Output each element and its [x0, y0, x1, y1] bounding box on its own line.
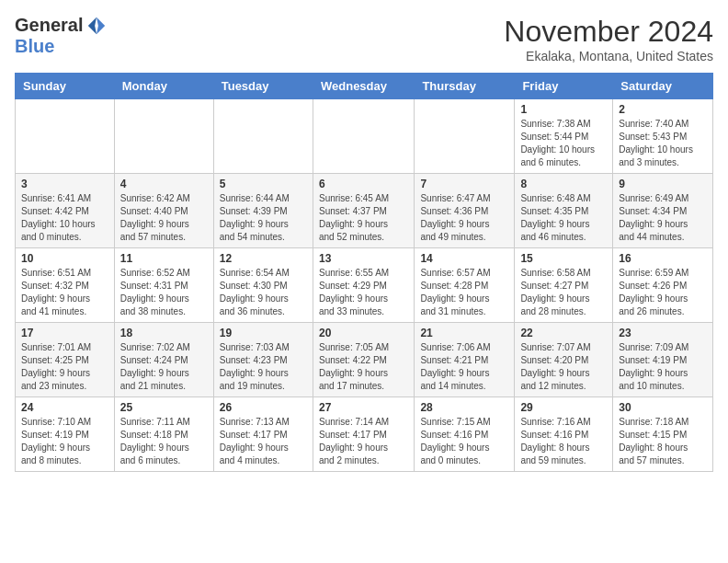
day-number: 3 — [21, 178, 108, 190]
day-number: 26 — [220, 401, 307, 414]
col-header-tuesday: Tuesday — [213, 74, 313, 99]
day-number: 23 — [619, 327, 707, 339]
day-number: 14 — [420, 252, 508, 265]
calendar-cell: 15Sunrise: 6:58 AM Sunset: 4:27 PM Dayli… — [515, 248, 613, 323]
calendar-cell: 25Sunrise: 7:11 AM Sunset: 4:18 PM Dayli… — [114, 397, 213, 472]
day-number: 7 — [420, 178, 508, 190]
day-info: Sunrise: 6:49 AM Sunset: 4:34 PM Dayligh… — [619, 192, 707, 244]
day-info: Sunrise: 7:18 AM Sunset: 4:15 PM Dayligh… — [619, 416, 707, 467]
day-number: 8 — [520, 178, 607, 190]
day-number: 17 — [21, 327, 108, 339]
day-number: 27 — [319, 401, 408, 414]
day-info: Sunrise: 7:38 AM Sunset: 5:44 PM Dayligh… — [520, 118, 607, 169]
calendar-cell: 7Sunrise: 6:47 AM Sunset: 4:36 PM Daylig… — [415, 174, 515, 248]
svg-marker-0 — [97, 17, 105, 33]
calendar-cell: 20Sunrise: 7:05 AM Sunset: 4:22 PM Dayli… — [313, 323, 414, 397]
col-header-sunday: Sunday — [16, 74, 115, 99]
day-number: 24 — [21, 401, 108, 414]
calendar-table: SundayMondayTuesdayWednesdayThursdayFrid… — [15, 73, 713, 472]
day-number: 16 — [619, 252, 707, 265]
logo: General Blue — [15, 15, 107, 57]
svg-marker-1 — [88, 17, 97, 33]
day-info: Sunrise: 7:14 AM Sunset: 4:17 PM Dayligh… — [319, 416, 408, 467]
calendar-cell: 2Sunrise: 7:40 AM Sunset: 5:43 PM Daylig… — [613, 99, 713, 174]
day-info: Sunrise: 7:10 AM Sunset: 4:19 PM Dayligh… — [21, 416, 108, 467]
calendar-cell: 6Sunrise: 6:45 AM Sunset: 4:37 PM Daylig… — [313, 174, 414, 248]
day-number: 29 — [520, 401, 607, 414]
calendar-cell: 21Sunrise: 7:06 AM Sunset: 4:21 PM Dayli… — [415, 323, 515, 397]
logo-general-text: General — [15, 15, 83, 36]
calendar-cell: 14Sunrise: 6:57 AM Sunset: 4:28 PM Dayli… — [415, 248, 515, 323]
day-number: 21 — [420, 327, 508, 339]
location-text: Ekalaka, Montana, United States — [504, 49, 713, 63]
day-number: 5 — [220, 178, 307, 190]
day-info: Sunrise: 7:02 AM Sunset: 4:24 PM Dayligh… — [120, 341, 208, 393]
day-number: 9 — [619, 178, 707, 190]
calendar-cell: 9Sunrise: 6:49 AM Sunset: 4:34 PM Daylig… — [613, 174, 713, 248]
day-info: Sunrise: 6:55 AM Sunset: 4:29 PM Dayligh… — [319, 267, 408, 318]
calendar-week-row: 3Sunrise: 6:41 AM Sunset: 4:42 PM Daylig… — [16, 174, 713, 248]
calendar-cell: 3Sunrise: 6:41 AM Sunset: 4:42 PM Daylig… — [16, 174, 115, 248]
day-number: 20 — [319, 327, 408, 339]
col-header-wednesday: Wednesday — [313, 74, 414, 99]
day-info: Sunrise: 7:03 AM Sunset: 4:23 PM Dayligh… — [220, 341, 307, 393]
day-number: 11 — [120, 252, 208, 265]
day-info: Sunrise: 6:52 AM Sunset: 4:31 PM Dayligh… — [120, 267, 208, 318]
col-header-thursday: Thursday — [415, 74, 515, 99]
calendar-week-row: 24Sunrise: 7:10 AM Sunset: 4:19 PM Dayli… — [16, 397, 713, 472]
calendar-cell: 29Sunrise: 7:16 AM Sunset: 4:16 PM Dayli… — [515, 397, 613, 472]
day-info: Sunrise: 6:58 AM Sunset: 4:27 PM Dayligh… — [520, 267, 607, 318]
calendar-cell: 5Sunrise: 6:44 AM Sunset: 4:39 PM Daylig… — [213, 174, 313, 248]
day-info: Sunrise: 7:05 AM Sunset: 4:22 PM Dayligh… — [319, 341, 408, 393]
day-info: Sunrise: 7:15 AM Sunset: 4:16 PM Dayligh… — [420, 416, 508, 467]
title-section: November 2024 Ekalaka, Montana, United S… — [504, 15, 713, 63]
day-number: 4 — [120, 178, 208, 190]
calendar-week-row: 1Sunrise: 7:38 AM Sunset: 5:44 PM Daylig… — [16, 99, 713, 174]
calendar-cell: 11Sunrise: 6:52 AM Sunset: 4:31 PM Dayli… — [114, 248, 213, 323]
calendar-cell: 18Sunrise: 7:02 AM Sunset: 4:24 PM Dayli… — [114, 323, 213, 397]
day-number: 1 — [520, 103, 607, 116]
day-number: 30 — [619, 401, 707, 414]
day-info: Sunrise: 6:45 AM Sunset: 4:37 PM Dayligh… — [319, 192, 408, 244]
day-info: Sunrise: 6:54 AM Sunset: 4:30 PM Dayligh… — [220, 267, 307, 318]
calendar-week-row: 17Sunrise: 7:01 AM Sunset: 4:25 PM Dayli… — [16, 323, 713, 397]
calendar-cell: 24Sunrise: 7:10 AM Sunset: 4:19 PM Dayli… — [16, 397, 115, 472]
calendar-cell: 4Sunrise: 6:42 AM Sunset: 4:40 PM Daylig… — [114, 174, 213, 248]
calendar-cell — [114, 99, 213, 174]
day-info: Sunrise: 6:42 AM Sunset: 4:40 PM Dayligh… — [120, 192, 208, 244]
calendar-cell: 17Sunrise: 7:01 AM Sunset: 4:25 PM Dayli… — [16, 323, 115, 397]
day-info: Sunrise: 7:13 AM Sunset: 4:17 PM Dayligh… — [220, 416, 307, 467]
day-info: Sunrise: 7:11 AM Sunset: 4:18 PM Dayligh… — [120, 416, 208, 467]
calendar-cell: 28Sunrise: 7:15 AM Sunset: 4:16 PM Dayli… — [415, 397, 515, 472]
calendar-cell: 23Sunrise: 7:09 AM Sunset: 4:19 PM Dayli… — [613, 323, 713, 397]
logo-icon — [86, 16, 107, 36]
day-info: Sunrise: 7:07 AM Sunset: 4:20 PM Dayligh… — [520, 341, 607, 393]
day-info: Sunrise: 7:01 AM Sunset: 4:25 PM Dayligh… — [21, 341, 108, 393]
day-number: 28 — [420, 401, 508, 414]
calendar-cell: 16Sunrise: 6:59 AM Sunset: 4:26 PM Dayli… — [613, 248, 713, 323]
calendar-header-row: SundayMondayTuesdayWednesdayThursdayFrid… — [16, 74, 713, 99]
calendar-cell: 10Sunrise: 6:51 AM Sunset: 4:32 PM Dayli… — [16, 248, 115, 323]
day-number: 25 — [120, 401, 208, 414]
day-number: 13 — [319, 252, 408, 265]
calendar-cell: 13Sunrise: 6:55 AM Sunset: 4:29 PM Dayli… — [313, 248, 414, 323]
day-number: 18 — [120, 327, 208, 339]
day-info: Sunrise: 6:57 AM Sunset: 4:28 PM Dayligh… — [420, 267, 508, 318]
calendar-cell: 27Sunrise: 7:14 AM Sunset: 4:17 PM Dayli… — [313, 397, 414, 472]
day-info: Sunrise: 7:06 AM Sunset: 4:21 PM Dayligh… — [420, 341, 508, 393]
calendar-week-row: 10Sunrise: 6:51 AM Sunset: 4:32 PM Dayli… — [16, 248, 713, 323]
calendar-cell — [313, 99, 414, 174]
day-info: Sunrise: 6:48 AM Sunset: 4:35 PM Dayligh… — [520, 192, 607, 244]
day-number: 19 — [220, 327, 307, 339]
col-header-saturday: Saturday — [613, 74, 713, 99]
calendar-cell: 19Sunrise: 7:03 AM Sunset: 4:23 PM Dayli… — [213, 323, 313, 397]
calendar-cell: 26Sunrise: 7:13 AM Sunset: 4:17 PM Dayli… — [213, 397, 313, 472]
day-number: 2 — [619, 103, 707, 116]
col-header-friday: Friday — [515, 74, 613, 99]
day-info: Sunrise: 7:16 AM Sunset: 4:16 PM Dayligh… — [520, 416, 607, 467]
calendar-cell — [16, 99, 115, 174]
month-title: November 2024 — [504, 15, 713, 49]
day-number: 12 — [220, 252, 307, 265]
calendar-cell: 8Sunrise: 6:48 AM Sunset: 4:35 PM Daylig… — [515, 174, 613, 248]
calendar-cell: 12Sunrise: 6:54 AM Sunset: 4:30 PM Dayli… — [213, 248, 313, 323]
